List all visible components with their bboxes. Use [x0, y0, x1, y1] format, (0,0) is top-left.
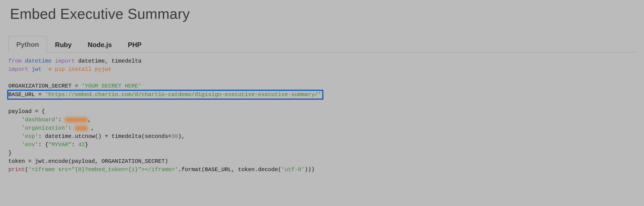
indent — [8, 141, 22, 148]
tab-ruby[interactable]: Ruby — [47, 36, 80, 53]
tab-python[interactable]: Python — [8, 36, 47, 53]
eq: = — [72, 83, 82, 89]
eq2: = — [35, 91, 45, 98]
embed-page: Embed Executive Summary Python Ruby Node… — [0, 6, 644, 179]
indent — [8, 117, 22, 123]
key-myvar: "MYVAR" — [48, 141, 72, 148]
str-secret: 'YOUR SECRET HERE' — [82, 83, 141, 89]
code-block: from datetime import datetime, timedelta… — [8, 55, 636, 174]
mod-jwt: jwt — [32, 66, 42, 73]
import-names: datetime, timedelta — [78, 58, 141, 64]
comment-pip: # pip install pyjwt — [48, 66, 111, 73]
kw-import: import — [55, 58, 75, 64]
str-base-url: 'https://embed.chartio.com/d/chartio-cat… — [45, 91, 321, 98]
var-base-url: BASE_URL — [8, 91, 35, 98]
key-exp: 'exp' — [22, 133, 38, 140]
colon: : — [68, 125, 75, 131]
close-paren: ), — [178, 133, 185, 140]
close-all: ))) — [305, 166, 315, 173]
brace-close: } — [8, 150, 12, 156]
brace-open: = { — [32, 108, 45, 115]
page-title: Embed Executive Summary — [10, 6, 636, 22]
paren-open: ( — [25, 166, 28, 173]
redacted-org-id — [75, 126, 88, 131]
indent — [8, 125, 22, 131]
indent — [8, 133, 22, 140]
key-env: 'env' — [22, 141, 38, 148]
tab-label: Node.js — [88, 41, 112, 48]
tab-nodejs[interactable]: Node.js — [80, 36, 120, 53]
tab-label: Ruby — [55, 41, 72, 48]
colon: : — [58, 117, 65, 123]
key-organization: 'organization' — [22, 125, 68, 131]
redacted-dashboard-id — [65, 117, 88, 122]
comma: , — [88, 117, 91, 123]
brace-open2: : { — [38, 141, 48, 148]
tab-php[interactable]: PHP — [120, 36, 149, 53]
key-dashboard: 'dashboard' — [22, 117, 58, 123]
var-payload: payload — [8, 108, 32, 115]
str-iframe: '<iframe src="{0}?embed_token={1}"></ifr… — [28, 166, 178, 173]
mod-datetime: datetime — [25, 58, 52, 64]
num-30: 30 — [171, 133, 178, 140]
colon: : — [72, 141, 78, 148]
format-call: .format(BASE_URL, token.decode( — [178, 166, 281, 173]
highlight-base-url: BASE_URL = 'https://embed.chartio.com/d/… — [7, 90, 323, 100]
brace-close2: } — [85, 141, 88, 148]
str-utf8: 'utf-8' — [281, 166, 305, 173]
var-org-secret: ORGANIZATION_SECRET — [8, 83, 72, 89]
var-token: token — [8, 158, 25, 164]
exp-expr: : datetime.utcnow() + timedelta(seconds= — [38, 133, 171, 140]
num-42: 42 — [78, 141, 85, 148]
tab-label: Python — [16, 41, 39, 48]
lang-tabs: Python Ruby Node.js PHP — [8, 36, 636, 53]
token-expr: = jwt.encode(payload, ORGANIZATION_SECRE… — [25, 158, 168, 164]
tab-label: PHP — [128, 41, 141, 48]
kw-import2: import — [8, 66, 28, 73]
kw-from: from — [8, 58, 22, 64]
fn-print: print — [8, 166, 25, 173]
comma: , — [91, 125, 94, 131]
